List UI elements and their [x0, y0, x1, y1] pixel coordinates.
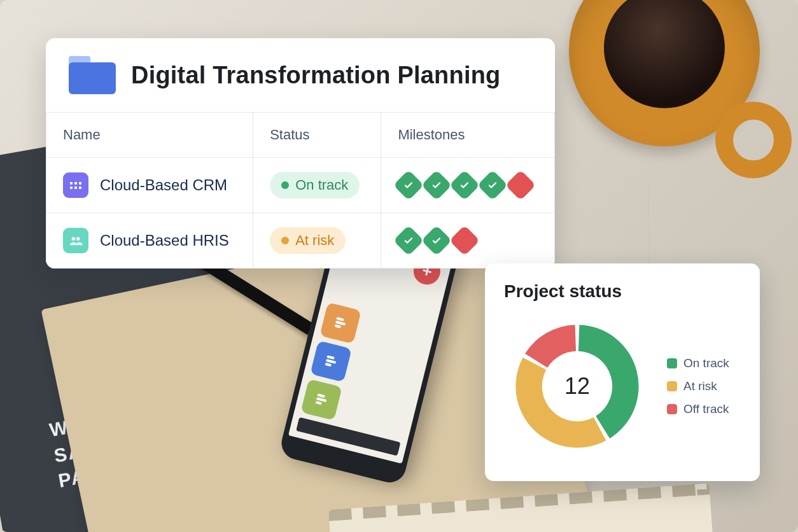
phone-sidebar [296, 417, 400, 456]
card-title: Digital Transformation Planning [131, 62, 500, 89]
milestone-done-icon[interactable] [477, 170, 508, 200]
status-chip[interactable]: At risk [270, 227, 346, 254]
milestones-row [398, 230, 538, 251]
milestone-done-icon[interactable] [421, 170, 452, 200]
connector-line [554, 178, 649, 267]
status-label: At risk [295, 232, 334, 249]
milestone-done-icon[interactable] [449, 170, 480, 200]
legend-swatch-icon [667, 404, 677, 414]
donut-chart: 12 [504, 313, 650, 459]
legend-item[interactable]: Off track [667, 402, 729, 416]
phone-tile-orange [319, 302, 361, 344]
phone-tile-green [300, 379, 342, 420]
cell-milestones[interactable] [381, 213, 555, 269]
col-name[interactable]: Name [46, 113, 253, 158]
status-dot-icon [281, 237, 289, 244]
milestones-row [398, 174, 538, 196]
col-status[interactable]: Status [253, 113, 381, 158]
col-milestones[interactable]: Milestones [381, 113, 555, 158]
cell-status[interactable]: On track [253, 158, 381, 213]
cell-name[interactable]: Cloud-Based CRM [46, 158, 253, 213]
milestone-off-icon[interactable] [505, 170, 536, 200]
cell-name[interactable]: Cloud-Based HRIS [46, 213, 253, 269]
donut-center-value: 12 [504, 313, 650, 459]
cell-status[interactable]: At risk [253, 213, 381, 269]
table-row[interactable]: Cloud-Based HRISAt risk [46, 213, 555, 269]
milestone-done-icon[interactable] [421, 225, 452, 256]
status-label: On track [295, 177, 348, 193]
svg-point-1 [76, 237, 80, 241]
cell-milestones[interactable] [381, 158, 555, 213]
project-status-card: Project status 12 On trackAt riskOff tra… [485, 263, 760, 481]
legend-swatch-icon [667, 381, 677, 391]
legend: On trackAt riskOff track [667, 356, 729, 416]
project-status-title: Project status [504, 281, 741, 302]
milestone-off-icon[interactable] [449, 225, 480, 256]
legend-item[interactable]: At risk [667, 379, 729, 393]
table-row[interactable]: Cloud-Based CRMOn track [46, 158, 555, 213]
milestone-done-icon[interactable] [393, 225, 424, 256]
legend-label: Off track [683, 402, 729, 416]
project-name: Cloud-Based CRM [100, 176, 227, 193]
table-header-row: Name Status Milestones [46, 113, 555, 158]
coffee-mug-handle [715, 102, 792, 178]
legend-item[interactable]: On track [667, 356, 729, 370]
folder-icon [69, 56, 116, 94]
planning-card: Digital Transformation Planning Name Sta… [46, 38, 555, 269]
legend-label: On track [683, 356, 729, 370]
phone-tile-blue [310, 340, 351, 382]
legend-label: At risk [683, 379, 717, 393]
status-dot-icon [281, 181, 289, 189]
project-name: Cloud-Based HRIS [100, 232, 229, 249]
projects-table: Name Status Milestones Cloud-Based CRMOn… [46, 112, 555, 269]
svg-point-0 [72, 237, 76, 241]
status-chip[interactable]: On track [270, 172, 360, 199]
board-icon [63, 172, 88, 198]
milestone-done-icon[interactable] [393, 170, 424, 200]
card-header: Digital Transformation Planning [46, 38, 555, 112]
legend-swatch-icon [667, 358, 677, 368]
people-icon [63, 228, 88, 253]
